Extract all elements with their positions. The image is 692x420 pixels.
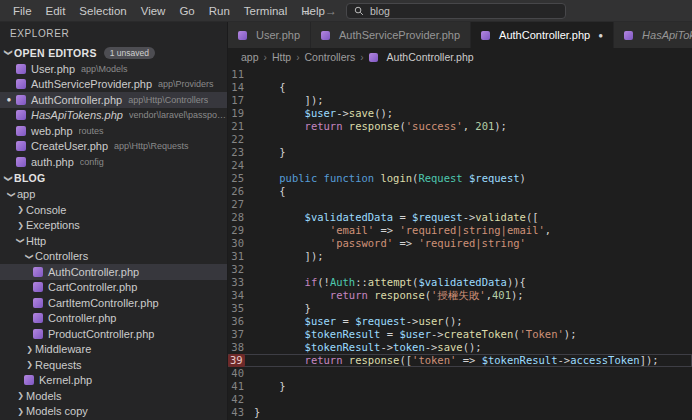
line-number-text: 19 (230, 107, 244, 120)
code-line[interactable]: 43} (228, 406, 692, 419)
code-token: { (254, 185, 286, 197)
open-editor-item[interactable]: HasApiTokens.phpvendor\laravel\passport.… (0, 108, 227, 124)
code-line[interactable]: 41 } (228, 380, 692, 393)
tree-item[interactable]: AuthController.php (0, 264, 227, 280)
breadcrumb-item[interactable]: Http (272, 51, 291, 63)
tree-item[interactable]: Kernel.php (0, 373, 227, 389)
tree-item[interactable]: ❯Models copy (0, 404, 227, 420)
code-line[interactable]: 30 'password' => 'required|string' (228, 237, 692, 250)
open-editor-item[interactable]: CreateUser.phpapp\Http\Requests (0, 139, 227, 155)
code-line[interactable]: 38 $tokenResult->token->save(); (228, 341, 692, 354)
tree-item[interactable]: ❯app (0, 187, 227, 203)
tree-item[interactable]: ❯Requests (0, 357, 227, 373)
open-editors-list: User.phpapp\ModelsAuthServiceProvider.ph… (0, 61, 227, 170)
back-arrow-icon[interactable]: ← (300, 4, 316, 18)
line-number: 23 (228, 146, 254, 159)
tree-item[interactable]: ❯Console (0, 202, 227, 218)
tree-item-label: CartItemController.php (48, 297, 159, 309)
chevron-down-icon: ❯ (7, 189, 16, 200)
menu-terminal[interactable]: Terminal (237, 5, 294, 17)
code-line[interactable]: 29 'email' => 'required|string|email', (228, 224, 692, 237)
line-number-text: 39 (228, 354, 245, 367)
code-line[interactable]: 31 ]); (228, 250, 692, 263)
php-file-icon (16, 79, 26, 89)
breadcrumb-item[interactable]: Controllers (304, 51, 355, 63)
open-editors-header[interactable]: ❯ OPEN EDITORS 1 unsaved (0, 44, 227, 61)
code-line[interactable]: 40 (228, 367, 692, 380)
tree-item[interactable]: ❯Models (0, 388, 227, 404)
code-line[interactable]: 22 (228, 133, 692, 146)
menu-run[interactable]: Run (202, 5, 237, 17)
menu-file[interactable]: File (6, 5, 39, 17)
code-line[interactable]: 42 (228, 393, 692, 406)
open-editor-item[interactable]: User.phpapp\Models (0, 61, 227, 77)
tree-item-label: Models copy (26, 405, 88, 417)
code-text: } (254, 380, 692, 393)
tree-item[interactable]: Controller.php (0, 311, 227, 327)
tab[interactable]: AuthServiceProvider.php (311, 22, 471, 48)
tab[interactable]: HasApiTokens.php (614, 22, 692, 48)
code-line[interactable]: 33 if(!Auth::attempt($validatedData)){ (228, 276, 692, 289)
code-editor[interactable]: 1114 {17 ]);19 $user->save();21 return r… (228, 66, 692, 420)
code-token: 'Token' (520, 328, 564, 340)
code-line[interactable]: 21 return response('success', 201); (228, 120, 692, 133)
tab-label: AuthServiceProvider.php (339, 29, 460, 41)
open-editor-item[interactable]: ●AuthController.phpapp\Http\Controllers (0, 92, 227, 108)
open-editor-item[interactable]: auth.phpconfig (0, 154, 227, 170)
code-text: ]); (254, 94, 692, 107)
chevron-down-icon: ❯ (4, 173, 13, 184)
code-token: (); (444, 315, 463, 327)
code-line[interactable]: 24 (228, 159, 692, 172)
open-editor-item[interactable]: AuthServiceProvider.phpapp\Providers (0, 77, 227, 93)
tree-item[interactable]: ❯Exceptions (0, 218, 227, 234)
line-number: 42 (228, 393, 254, 406)
php-file-icon (16, 126, 26, 136)
workspace-folder-header[interactable]: ❯ BLOG (0, 170, 227, 187)
code-line[interactable]: 19 $user->save(); (228, 107, 692, 120)
code-line[interactable]: 34 return response('授權失敗',401); (228, 289, 692, 302)
tab[interactable]: User.php (228, 22, 311, 48)
code-line[interactable]: 27 (228, 198, 692, 211)
code-token: 'token' (412, 354, 456, 366)
tree-item-label: Console (26, 204, 66, 216)
line-number-text: 43 (230, 406, 244, 419)
tree-item[interactable]: ❯Middleware (0, 342, 227, 358)
code-token: $user (305, 107, 337, 119)
line-number: 28 (228, 211, 254, 224)
tree-item[interactable]: CartController.php (0, 280, 227, 296)
code-line[interactable]: 14 { (228, 81, 692, 94)
menu-view[interactable]: View (134, 5, 173, 17)
php-file-icon (16, 95, 26, 105)
menu-go[interactable]: Go (172, 5, 201, 17)
code-token: } (254, 406, 260, 418)
menu-selection[interactable]: Selection (72, 5, 133, 17)
code-line[interactable]: 26 { (228, 185, 692, 198)
open-editor-item[interactable]: web.phproutes (0, 123, 227, 139)
menu-edit[interactable]: Edit (39, 5, 73, 17)
code-line[interactable]: 36 $user = $request->user(); (228, 315, 692, 328)
code-line[interactable]: 11 (228, 68, 692, 81)
search-box[interactable]: blog (346, 3, 566, 19)
code-token: 'email' (330, 224, 374, 236)
code-line[interactable]: 25 public function login(Request $reques… (228, 172, 692, 185)
code-line[interactable]: 32 (228, 263, 692, 276)
code-line[interactable]: 35 } (228, 302, 692, 315)
forward-arrow-icon[interactable]: → (323, 4, 339, 18)
breadcrumb-item[interactable]: AuthController.php (387, 51, 474, 63)
tab[interactable]: AuthController.php● (471, 22, 614, 48)
tree-item[interactable]: ❯Http (0, 233, 227, 249)
code-line[interactable]: 23 } (228, 146, 692, 159)
code-token: , (463, 120, 476, 132)
tree-item[interactable]: ❯Controllers (0, 249, 227, 265)
code-line[interactable]: 37 $tokenResult = $user->createToken('To… (228, 328, 692, 341)
code-token: $user (399, 328, 431, 340)
code-line[interactable]: 39 return response(['token' => $tokenRes… (228, 354, 692, 367)
breadcrumb-item[interactable]: app (241, 51, 259, 63)
php-file-icon (24, 375, 34, 385)
chevron-down-icon: ❯ (4, 47, 13, 58)
code-line[interactable]: 17 ]); (228, 94, 692, 107)
tree-item[interactable]: ProductController.php (0, 326, 227, 342)
code-token: if (305, 276, 318, 288)
tree-item[interactable]: CartItemController.php (0, 295, 227, 311)
code-line[interactable]: 28 $validatedData = $request->validate([ (228, 211, 692, 224)
